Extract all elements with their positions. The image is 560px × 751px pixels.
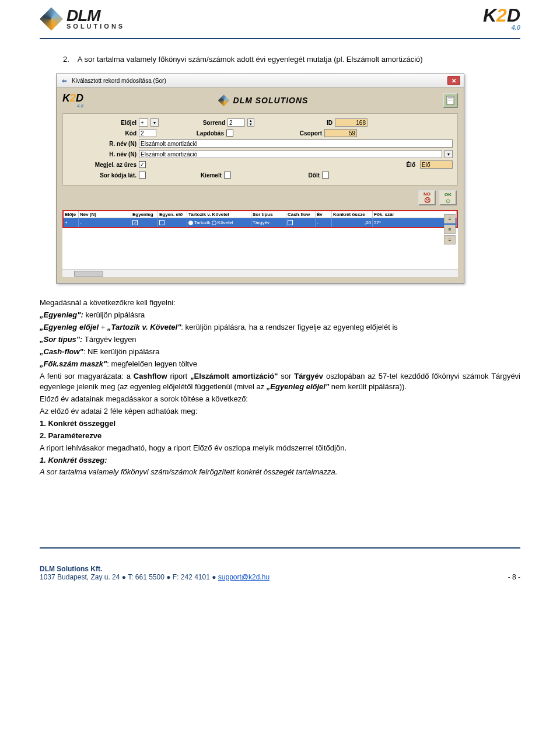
elojel-dropdown-icon[interactable]: ▾ — [150, 118, 159, 127]
id-label: ID — [257, 120, 332, 126]
intro-text: A sor tartalma valamely főkönyvi szám/sz… — [78, 54, 520, 65]
cell-elojel: + — [64, 218, 79, 227]
k2d-logo: K2D 4.0 — [483, 7, 520, 31]
footer-divider — [40, 547, 520, 549]
side-btn-1[interactable]: ≡ — [444, 214, 456, 223]
kiemelt-label: Kiemelt — [148, 172, 222, 179]
l5a: „Fők.szám maszk" — [40, 359, 107, 368]
k2d-mid: 2 — [496, 5, 507, 26]
page-number: - 8 - — [508, 573, 520, 581]
h1b: A sor tartalma valamely főkönyvi szám/sz… — [40, 467, 337, 476]
kiemelt-checkbox[interactable] — [224, 172, 231, 179]
page-header: DLM SOLUTIONS K2D 4.0 — [40, 0, 520, 36]
dialog-titlebar[interactable]: ⇦ Kiválasztott rekord módosítása (Sor) ✕ — [57, 74, 464, 88]
footer-company: DLM Solutions Kft. — [40, 565, 270, 573]
kod-field[interactable] — [139, 129, 156, 137]
hnev-field[interactable] — [139, 150, 442, 158]
sorkodja-checkbox[interactable] — [139, 172, 146, 179]
li1b: 1. Konkrét összeggel — [40, 419, 116, 428]
col-cashflow: Cash-flow — [286, 211, 316, 218]
li2: 2. Paraméterezve — [40, 431, 520, 441]
megjel-checkbox[interactable]: ✓ — [139, 161, 146, 168]
sorrend-spinner-icon[interactable]: ▴▾ — [247, 118, 254, 127]
l2c: „Tartozik v. Követel" — [107, 323, 181, 331]
explanation: A fenti sor magyarázata: a Cashflow ripo… — [40, 371, 520, 392]
close-icon[interactable]: ✕ — [447, 76, 460, 85]
grid-header: Elője Név (N) Egyenleg Egyen. elő Tartoz… — [64, 211, 457, 218]
exp6: Tárgyév — [294, 372, 323, 380]
cashflow-check-icon — [288, 220, 293, 225]
line4: „Cash-flow": NE kerüljön pipálásra — [40, 347, 520, 357]
footer-email-link[interactable]: support@k2d.hu — [218, 573, 270, 581]
dlm-sub: SOLUTIONS — [66, 23, 125, 29]
cell-cashflow[interactable] — [286, 218, 316, 227]
ok-button[interactable]: OK ☺ — [439, 190, 457, 205]
elo-label: Élő — [148, 162, 418, 168]
svg-rect-2 — [448, 99, 453, 99]
exp2: Cashflow — [134, 372, 167, 380]
back-arrow-icon[interactable]: ⇦ — [60, 76, 68, 85]
cell-tartozik[interactable]: Tartozik Követel — [187, 218, 251, 227]
form-block: Előjel ▾ Sorrend ▴▾ ID Kód Lapdobás Csop… — [62, 113, 458, 186]
p2: Előző év adatainak megadásakor a sorok t… — [40, 394, 520, 404]
col-ev: Év — [316, 211, 332, 218]
side-btn-3[interactable]: ≡ — [444, 235, 456, 244]
no-label: NO — [424, 191, 430, 197]
exp8: „Egyenleg előjel" — [267, 382, 329, 391]
dialog-window: ⇦ Kiválasztott rekord módosítása (Sor) ✕… — [56, 74, 464, 284]
p4: A riport lehívásakor megadható, hogy a r… — [40, 443, 520, 453]
side-btn-2[interactable]: ≡ — [444, 225, 456, 234]
dlm-logo-icon — [40, 7, 63, 30]
scroll-thumb[interactable] — [74, 271, 103, 277]
rnev-label: R. név (N) — [68, 141, 136, 147]
sub-body: A sor tartalma valamely főkönyvi szám/sz… — [40, 467, 520, 477]
elo-field — [420, 160, 453, 169]
footer-fax: F: 242 4101 — [173, 573, 210, 581]
dlm-mini-icon — [218, 95, 230, 106]
h-scrollbar[interactable] — [62, 269, 458, 277]
elojel-field[interactable] — [139, 118, 148, 127]
l1b: kerüljön pipálásra — [83, 310, 145, 319]
cell-egyenleg[interactable]: ✓ — [131, 218, 158, 227]
col-elojel: Elője — [64, 211, 79, 218]
l4a: „Cash-flow" — [40, 347, 83, 356]
li1: 1. Konkrét összeggel — [40, 418, 520, 429]
sheet-icon[interactable] — [443, 93, 458, 108]
l2b: + — [99, 323, 107, 331]
col-egyenleg: Egyenleg — [131, 211, 158, 218]
k2d-mini-logo: K2D 4.0 — [62, 92, 83, 109]
dolt-checkbox[interactable] — [322, 172, 329, 179]
table-row[interactable]: + - ✓ Tartozik Követel Tárgyév - ,00 57* — [64, 218, 457, 227]
line5: „Fők.szám maszk": megfelelően legyen töl… — [40, 359, 520, 369]
cell-egyenelo[interactable] — [158, 218, 187, 227]
k2d-post: D — [507, 5, 520, 26]
lead-text: Megadásnál a következőkre kell figyelni: — [40, 298, 520, 308]
exp1: A fenti sor magyarázata: a — [40, 372, 134, 380]
hnev-dropdown-icon[interactable]: ▾ — [444, 150, 453, 158]
lapdobas-checkbox[interactable] — [226, 130, 233, 137]
header-divider — [40, 38, 520, 39]
sorrend-field[interactable] — [228, 118, 245, 127]
svg-rect-3 — [448, 100, 453, 100]
egyenelo-check-icon — [159, 220, 164, 225]
k2d-mini-pre: K — [62, 92, 70, 104]
no-button[interactable]: NO ☹ — [418, 190, 436, 205]
col-egyenelo: Egyen. elő — [158, 211, 187, 218]
col-tartozik: Tartozik v. Követel — [187, 211, 251, 218]
l3b: Tárgyév legyen — [82, 335, 136, 344]
col-konkret: Konkrét össze — [332, 211, 373, 218]
l2a: „Egyenleg előjel — [40, 323, 99, 331]
l5b: : megfelelően legyen töltve — [107, 359, 197, 368]
dialog-title: Kiválasztott rekord módosítása (Sor) — [72, 78, 166, 84]
svg-rect-1 — [448, 97, 453, 98]
cell-sortipus: Tárgyév — [251, 218, 286, 227]
sorrend-label: Sorrend — [161, 120, 225, 126]
csoport-field — [324, 129, 357, 137]
l3a: „Sor típus": — [40, 335, 82, 344]
sorkodja-label: Sor kódja lát. — [68, 172, 136, 179]
egyenleg-check-icon: ✓ — [132, 220, 138, 225]
col-sortipus: Sor típus — [251, 211, 286, 218]
csoport-label: Csoport — [236, 130, 322, 137]
kod-label: Kód — [68, 130, 136, 137]
rnev-field[interactable] — [139, 139, 453, 148]
